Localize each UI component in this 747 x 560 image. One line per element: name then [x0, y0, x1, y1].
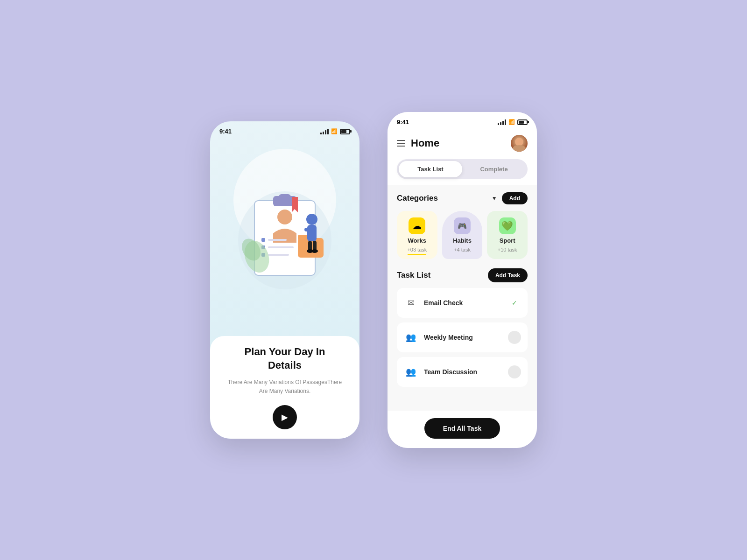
category-card-habits[interactable]: 🎮 Habits +4 task [442, 211, 483, 259]
categories-row: ☁ Works +03 task 🎮 Habits +4 task 💚 Spor… [397, 211, 528, 259]
status-bar-left: 9:41 📶 [210, 121, 359, 135]
team-discussion-checkbox[interactable] [508, 365, 521, 378]
categories-header: Categories ▼ Add [397, 192, 528, 204]
category-card-sport[interactable]: 💚 Sport +10 task [487, 211, 528, 259]
sport-name: Sport [500, 237, 515, 244]
time-right: 9:41 [397, 119, 409, 126]
email-check-icon: ✉ [403, 295, 418, 310]
avatar[interactable] [511, 135, 528, 152]
battery-icon-right [517, 119, 528, 125]
email-check-checkbox[interactable]: ✓ [508, 296, 521, 309]
svg-rect-11 [268, 254, 289, 256]
battery-icon-left [340, 129, 350, 134]
tab-task-list[interactable]: Task List [399, 161, 462, 177]
task-item-email-check[interactable]: ✉ Email Check ✓ [397, 288, 528, 318]
svg-rect-9 [268, 246, 294, 248]
svg-rect-15 [307, 225, 317, 241]
next-arrow-icon: ▶ [282, 412, 288, 422]
team-discussion-name: Team Discussion [424, 368, 502, 376]
tab-container: Task List Complete [388, 159, 537, 185]
habits-count: +4 task [454, 247, 471, 252]
habits-icon: 🎮 [454, 217, 471, 234]
next-button[interactable]: ▶ [273, 405, 297, 429]
add-task-button[interactable]: Add Task [488, 268, 528, 282]
svg-rect-7 [268, 239, 287, 241]
time-left: 9:41 [219, 128, 232, 135]
category-card-works[interactable]: ☁ Works +03 task [397, 211, 437, 259]
svg-rect-16 [304, 228, 311, 231]
svg-point-20 [311, 249, 318, 253]
home-title: Home [411, 137, 439, 149]
signal-icon-right [498, 119, 506, 125]
status-bar-right: 9:41 📶 [388, 112, 537, 129]
wifi-icon-left: 📶 [331, 128, 338, 134]
habits-name: Habits [453, 237, 472, 244]
categories-actions: ▼ Add [492, 192, 528, 204]
svg-rect-6 [261, 238, 265, 242]
weekly-meeting-name: Weekly Meeting [424, 334, 502, 341]
tabs: Task List Complete [397, 159, 528, 179]
svg-point-14 [306, 214, 317, 225]
illustration-area [210, 135, 359, 336]
email-check-name: Email Check [424, 299, 502, 307]
weekly-meeting-icon: 👥 [403, 330, 418, 345]
hamburger-menu[interactable] [397, 140, 405, 147]
task-list-title: Task List [397, 271, 430, 280]
signal-icon-left [320, 129, 329, 134]
home-header-left: Home [397, 137, 439, 149]
svg-rect-3 [279, 194, 291, 200]
sport-icon: 💚 [499, 217, 516, 234]
phone-title: Plan Your Day InDetails [224, 345, 345, 372]
weekly-meeting-checkbox[interactable] [508, 331, 521, 344]
clipboard-illustration [229, 182, 341, 299]
avatar-body [513, 145, 526, 152]
works-icon: ☁ [409, 217, 425, 234]
phone-content: Categories ▼ Add ☁ Works +03 task 🎮 Habi… [388, 185, 537, 411]
phone-subtitle: There Are Many Variations Of PassagesThe… [224, 378, 345, 396]
avatar-image [511, 135, 528, 152]
team-discussion-icon: 👥 [403, 364, 418, 379]
works-underline [408, 254, 426, 255]
svg-point-4 [277, 210, 292, 224]
end-all-btn-container: End All Task [388, 411, 537, 448]
status-icons-right: 📶 [498, 119, 528, 125]
right-phone: 9:41 📶 Home Task List [388, 112, 537, 448]
tab-complete[interactable]: Complete [462, 161, 526, 177]
home-header: Home [388, 129, 537, 159]
works-name: Works [408, 237, 427, 244]
task-item-team-discussion[interactable]: 👥 Team Discussion [397, 357, 528, 387]
sport-count: +10 task [498, 247, 517, 252]
categories-add-button[interactable]: Add [502, 192, 528, 204]
end-all-task-button[interactable]: End All Task [424, 418, 500, 439]
phone-text-area: Plan Your Day InDetails There Are Many V… [210, 336, 359, 439]
task-item-weekly-meeting[interactable]: 👥 Weekly Meeting [397, 322, 528, 352]
status-icons-left: 📶 [320, 128, 350, 134]
left-phone: 9:41 📶 [210, 121, 359, 439]
categories-title: Categories [397, 194, 438, 203]
filter-icon[interactable]: ▼ [492, 195, 497, 202]
wifi-icon-right: 📶 [508, 119, 515, 125]
works-count: +03 task [407, 247, 427, 252]
task-list-header: Task List Add Task [397, 268, 528, 282]
